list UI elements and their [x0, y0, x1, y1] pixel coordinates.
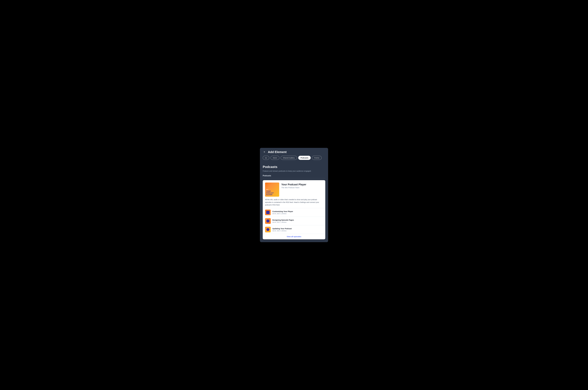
episode-meta-2: Oct 8, 2017 | 34mins: [272, 221, 323, 223]
section-description: Feature and stream podcasts to keep your…: [263, 170, 325, 172]
episode-info-2: Designing Episode Pages Oct 8, 2017 | 34…: [272, 219, 323, 223]
tab-podcasts[interactable]: Podcasts: [298, 156, 311, 160]
view-all-row: View all episodes: [263, 234, 325, 239]
tab-store[interactable]: Store: [270, 156, 279, 160]
modal-title: Add Element: [268, 150, 287, 154]
episode-meta-3: Oct 8, 2017 | 34mins: [272, 230, 323, 232]
modal-body: Podcasts Feature and stream podcasts to …: [260, 162, 328, 240]
episode-info-1: Customizing Your Player Oct 8, 2017 | 24…: [272, 210, 323, 214]
episode-item[interactable]: Updating Your Podcast Oct 8, 2017 | 34mi…: [263, 225, 325, 234]
card-description: All the info, audio or video that's need…: [263, 198, 325, 208]
episode-info-3: Updating Your Podcast Oct 8, 2017 | 34mi…: [272, 228, 323, 232]
podcast-card[interactable]: WIX YOUR PODCAST PLAYER Your Podcast Pla…: [263, 180, 325, 239]
episode-thumbnail-3: [265, 227, 271, 232]
episode-list: Customizing Your Player Oct 8, 2017 | 24…: [263, 208, 325, 234]
podcast-name: Your Podcast Player: [281, 183, 323, 186]
section-title: Podcasts: [263, 165, 325, 169]
episode-thumbnail-2: [265, 218, 271, 224]
podcast-thumbnail: WIX YOUR PODCAST PLAYER: [265, 183, 279, 197]
episode-meta-1: Oct 8, 2017 | 24mins: [272, 213, 323, 214]
card-top: WIX YOUR PODCAST PLAYER Your Podcast Pla…: [263, 180, 325, 198]
divider: [263, 178, 325, 178]
close-button[interactable]: ×: [263, 150, 266, 154]
episode-title-2: Designing Episode Pages: [272, 219, 323, 221]
modal-header: × Add Element: [260, 148, 328, 156]
episode-title-1: Customizing Your Player: [272, 210, 323, 212]
add-element-modal: × Add Element es Store Shared Gallery Po…: [260, 148, 328, 242]
tab-shared-gallery[interactable]: Shared Gallery: [281, 156, 297, 160]
view-all-link[interactable]: View all episodes: [287, 236, 301, 238]
tab-forms[interactable]: Forms: [312, 156, 322, 160]
podcast-author: The Wix Podcast Team: [281, 187, 323, 189]
episode-title-3: Updating Your Podcast: [272, 228, 323, 230]
thumbnail-text: YOUR PODCAST PLAYER: [266, 191, 274, 195]
thumbnail-wix-label: WIX: [266, 189, 268, 190]
episode-thumbnail-1: [265, 210, 271, 215]
episode-item[interactable]: Customizing Your Player Oct 8, 2017 | 24…: [263, 208, 325, 217]
episode-item[interactable]: Designing Episode Pages Oct 8, 2017 | 34…: [263, 217, 325, 225]
subsection-label: Podcasts: [263, 175, 325, 177]
card-info: Your Podcast Player The Wix Podcast Team: [281, 183, 323, 189]
tabs-row: es Store Shared Gallery Podcasts Forms: [260, 156, 328, 162]
tab-prev[interactable]: es: [263, 156, 269, 160]
